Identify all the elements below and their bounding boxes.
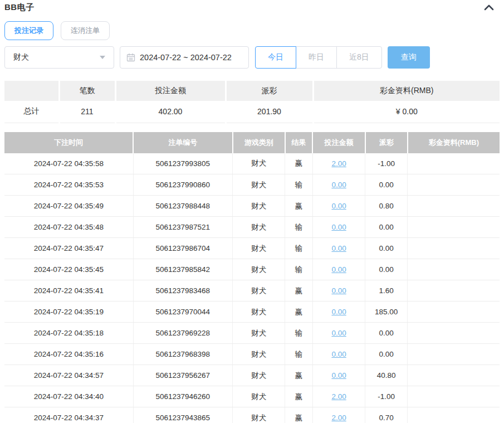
bonus-cell <box>408 217 500 238</box>
payout-cell: 0.00 <box>365 323 408 344</box>
result-cell: 赢 <box>285 196 313 217</box>
bet-time-cell: 2024-07-22 04:35:48 <box>4 217 133 238</box>
bonus-cell <box>408 196 500 217</box>
order-id-cell: 5061237956267 <box>133 365 232 386</box>
bet-amount-link[interactable]: 0.00 <box>331 202 346 210</box>
last-8-days-button[interactable]: 近8日 <box>336 46 382 69</box>
bet-amount-link[interactable]: 0.00 <box>331 181 346 189</box>
game-category-cell: 财犬 <box>233 344 285 365</box>
bet-amount-link[interactable]: 2.00 <box>331 392 346 401</box>
summary-total-bonus: ¥ 0.00 <box>313 101 500 123</box>
bet-amount-link[interactable]: 0.00 <box>331 371 346 380</box>
bet-amount-cell: 0.00 <box>312 323 365 344</box>
bet-time-cell: 2024-07-22 04:35:58 <box>4 153 133 174</box>
game-category-cell: 财犬 <box>233 302 285 323</box>
records-header-payout: 派彩 <box>365 132 408 153</box>
bonus-cell <box>408 280 500 302</box>
result-cell: 输 <box>285 323 313 344</box>
bet-amount-cell: 0.00 <box>312 238 365 259</box>
today-button[interactable]: 今日 <box>255 46 296 69</box>
bet-amount-cell: 0.00 <box>312 302 365 323</box>
bet-amount-cell: 2.00 <box>312 153 365 174</box>
bet-time-cell: 2024-07-22 04:35:47 <box>4 238 133 259</box>
table-row: 2024-07-22 04:34:57 5061237956267 财犬 赢 0… <box>4 365 500 386</box>
summary-total-count: 211 <box>59 101 115 123</box>
date-range-input[interactable]: 2024-07-22 ~ 2024-07-22 <box>120 46 249 69</box>
result-cell: 输 <box>285 217 313 238</box>
bonus-cell <box>408 238 500 259</box>
summary-total-bet-amount: 402.00 <box>115 101 226 123</box>
bonus-cell <box>408 344 500 365</box>
bonus-cell <box>408 365 500 386</box>
game-category-cell: 财犬 <box>233 153 285 174</box>
order-id-cell: 5061237943865 <box>133 407 232 423</box>
yesterday-button[interactable]: 昨日 <box>296 46 337 69</box>
bet-amount-link[interactable]: 0.00 <box>331 329 346 337</box>
tab-betting-records[interactable]: 投注记录 <box>4 21 53 40</box>
game-category-cell: 财犬 <box>233 280 285 302</box>
records-header-bet: 投注金额 <box>312 132 365 153</box>
game-category-cell: 财犬 <box>233 217 285 238</box>
bet-time-cell: 2024-07-22 04:35:16 <box>4 344 133 365</box>
bonus-cell <box>408 174 500 196</box>
bonus-cell <box>408 407 500 423</box>
bonus-cell <box>408 259 500 280</box>
search-button[interactable]: 查询 <box>388 46 430 69</box>
calendar-icon <box>126 53 135 62</box>
payout-cell: -1.00 <box>365 153 408 174</box>
order-id-cell: 5061237985842 <box>133 259 232 280</box>
table-row: 2024-07-22 04:35:19 5061237970044 财犬 赢 0… <box>4 302 500 323</box>
bet-amount-cell: 2.00 <box>312 407 365 423</box>
records-header-row: 下注时间 注单编号 游戏类别 结果 投注金额 派彩 彩金资料(RMB) <box>4 132 500 153</box>
page-title: BB电子 <box>4 2 35 13</box>
date-range-value: 2024-07-22 ~ 2024-07-22 <box>140 53 232 62</box>
betting-records-panel: BB电子 投注记录 连消注单 财犬 <box>0 0 504 423</box>
bet-time-cell: 2024-07-22 04:35:53 <box>4 174 133 196</box>
bet-amount-cell: 0.00 <box>312 174 365 196</box>
result-cell: 输 <box>285 174 313 196</box>
tab-cancelled-orders[interactable]: 连消注单 <box>61 21 110 40</box>
bonus-cell <box>408 323 500 344</box>
bet-amount-cell: 0.00 <box>312 217 365 238</box>
bet-time-cell: 2024-07-22 04:35:18 <box>4 323 133 344</box>
payout-cell: 1.60 <box>365 280 408 302</box>
bonus-cell <box>408 153 500 174</box>
bet-time-cell: 2024-07-22 04:35:19 <box>4 302 133 323</box>
records-table: 下注时间 注单编号 游戏类别 结果 投注金额 派彩 彩金资料(RMB) 2024… <box>4 132 500 423</box>
chevron-up-icon <box>484 4 494 12</box>
bet-amount-cell: 0.00 <box>312 365 365 386</box>
payout-cell: 0.70 <box>365 407 408 423</box>
bet-amount-link[interactable]: 0.00 <box>331 265 346 274</box>
summary-header-row: 笔数 投注金额 派彩 彩金资料(RMB) <box>4 81 500 101</box>
bet-amount-link[interactable]: 0.00 <box>331 308 346 316</box>
bet-amount-link[interactable]: 0.00 <box>331 350 346 358</box>
table-row: 2024-07-22 04:35:58 5061237993805 财犬 赢 2… <box>4 153 500 174</box>
order-id-cell: 5061237968398 <box>133 344 232 365</box>
game-select[interactable]: 财犬 <box>4 46 114 69</box>
bonus-cell <box>408 302 500 323</box>
bet-amount-link[interactable]: 0.00 <box>331 286 346 295</box>
bet-amount-link[interactable]: 2.00 <box>331 414 346 422</box>
payout-cell: 0.00 <box>365 174 408 196</box>
bet-amount-cell: 0.00 <box>312 280 365 302</box>
result-cell: 输 <box>285 344 313 365</box>
order-id-cell: 5061237969228 <box>133 323 232 344</box>
summary-total-row: 总计 211 402.00 201.90 ¥ 0.00 <box>4 101 500 123</box>
order-id-cell: 5061237986704 <box>133 238 232 259</box>
bet-amount-cell: 0.00 <box>312 259 365 280</box>
order-id-cell: 5061237983468 <box>133 280 232 302</box>
records-header-result: 结果 <box>285 132 313 153</box>
bet-amount-link[interactable]: 0.00 <box>331 244 346 252</box>
bet-amount-link[interactable]: 2.00 <box>331 159 346 168</box>
payout-cell: 0.80 <box>365 196 408 217</box>
bet-time-cell: 2024-07-22 04:35:49 <box>4 196 133 217</box>
collapse-panel-button[interactable] <box>484 4 494 12</box>
filter-bar: 财犬 2024-07-22 ~ 2024-07-22 今日 昨日 近8日 查询 <box>4 46 500 69</box>
game-category-cell: 财犬 <box>233 386 285 407</box>
order-id-cell: 5061237946260 <box>133 386 232 407</box>
payout-cell: 0.00 <box>365 238 408 259</box>
bet-time-cell: 2024-07-22 04:34:37 <box>4 407 133 423</box>
bet-time-cell: 2024-07-22 04:35:41 <box>4 280 133 302</box>
summary-header-payout: 派彩 <box>226 81 313 101</box>
bet-amount-link[interactable]: 0.00 <box>331 223 346 231</box>
